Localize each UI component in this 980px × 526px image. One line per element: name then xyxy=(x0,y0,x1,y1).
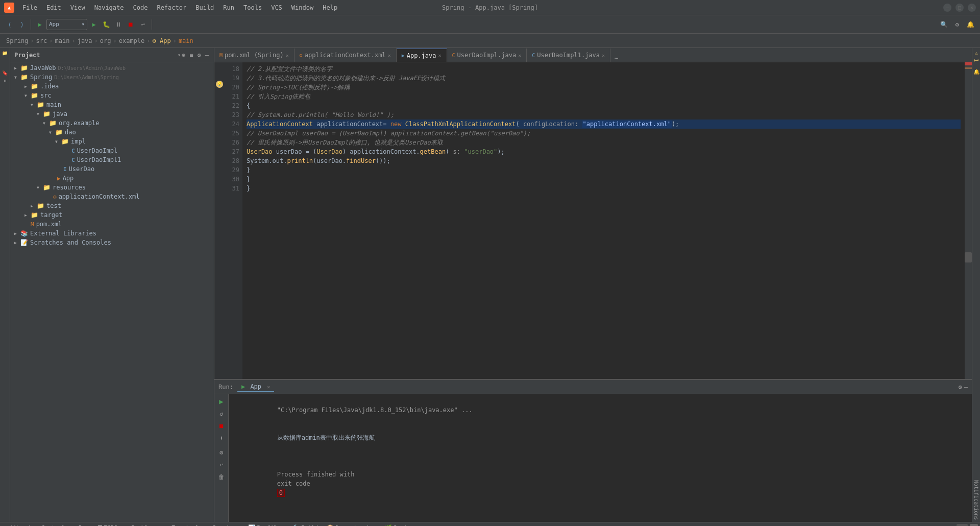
breadcrumb-spring[interactable]: Spring xyxy=(6,37,28,44)
tree-item-java[interactable]: ▼ 📁 java xyxy=(10,109,214,118)
bottom-todo[interactable]: ☰ TODO xyxy=(93,523,122,526)
run-stop-icon[interactable]: ■ xyxy=(216,421,227,431)
tab-app-java[interactable]: ▶ App.java ✕ xyxy=(397,49,447,62)
tree-item-target[interactable]: ▶ 📁 target xyxy=(10,210,214,220)
tree-item-main[interactable]: ▼ 📁 main xyxy=(10,100,214,109)
project-settings-icon[interactable]: ⚙ xyxy=(197,51,202,60)
bottom-profiler[interactable]: 📊 Profiler xyxy=(244,523,288,526)
tree-item-idea[interactable]: ▶ 📁 .idea xyxy=(10,82,214,91)
notification-bell[interactable]: 🔔 xyxy=(973,69,979,75)
tree-item-userdao[interactable]: ▶ I UserDao xyxy=(10,164,214,174)
layout-toggle-icon[interactable]: ▤ xyxy=(957,524,968,527)
run-tab-close[interactable]: ✕ xyxy=(267,384,270,390)
toolbar-forward[interactable]: ⟩ xyxy=(16,19,28,30)
menu-vcs[interactable]: VCS xyxy=(267,3,286,12)
menu-tools[interactable]: Tools xyxy=(239,3,266,12)
menu-build[interactable]: Build xyxy=(191,3,218,12)
toolbar-back[interactable]: ⟨ xyxy=(4,19,15,30)
tree-item-userdaoimpl[interactable]: ▶ C UserDaoImpl xyxy=(10,146,214,155)
tree-item-app[interactable]: ▶ ▶ App xyxy=(10,174,214,183)
breadcrumb-java[interactable]: java xyxy=(78,37,92,44)
menu-help[interactable]: Help xyxy=(318,3,341,12)
tree-item-external-libs[interactable]: ▶ 📚 External Libraries xyxy=(10,229,214,238)
tab-more-button[interactable]: ⋯ xyxy=(610,55,622,62)
tree-item-src[interactable]: ▼ 📁 src xyxy=(10,91,214,100)
tab-close[interactable]: ✕ xyxy=(388,53,391,58)
run-clear-icon[interactable]: 🗑 xyxy=(216,472,227,482)
expand-icon[interactable]: ⬡ xyxy=(970,524,978,527)
tab-close[interactable]: ✕ xyxy=(602,53,605,58)
bottom-version-control[interactable]: ⎇ Version Control xyxy=(2,523,69,526)
code-text[interactable]: // 2.从配置文件中读类的名字 // 3.代码动态的把读到的类名的对象创建出来… xyxy=(242,62,965,379)
breadcrumb-org[interactable]: org xyxy=(100,37,111,44)
toolbar-run[interactable]: ▶ xyxy=(34,19,45,30)
toolbar-pause[interactable]: ⏸ xyxy=(113,19,124,30)
tree-item-impl[interactable]: ▼ 📁 impl xyxy=(10,137,214,146)
run-filter-icon[interactable]: ⚙ xyxy=(216,447,227,458)
sidebar-structure-icon[interactable]: ≡ xyxy=(3,80,8,82)
tab-pom-xml[interactable]: M pom.xml (Spring) ✕ xyxy=(214,49,295,62)
editor-scrollbar[interactable] xyxy=(965,62,972,379)
minimize-button[interactable]: — xyxy=(943,4,951,12)
menu-window[interactable]: Window xyxy=(287,3,317,12)
tree-item-javaweb[interactable]: ▶ 📁 JavaWeb D:\Users\Admin\JavaWeb xyxy=(10,63,214,73)
gutter-lamp-icon[interactable]: 💡 xyxy=(216,81,223,88)
run-minimize-icon[interactable]: — xyxy=(964,384,968,391)
maximize-button[interactable]: □ xyxy=(955,4,964,12)
tab-userdaoimpl-java[interactable]: C UserDaoImpl.java ✕ xyxy=(447,49,527,62)
toolbar-search[interactable]: 🔍 xyxy=(938,19,949,30)
run-rerun-icon[interactable]: ↺ xyxy=(216,409,227,419)
tab-userdaoimpl1-java[interactable]: C UserDaoImpl1.java ✕ xyxy=(527,49,610,62)
breadcrumb-app[interactable]: ⚙ App xyxy=(153,37,171,44)
bottom-run[interactable]: ▶ Run xyxy=(69,523,93,526)
project-minimize-icon[interactable]: — xyxy=(204,51,210,60)
tree-item-dao[interactable]: ▼ 📁 dao xyxy=(10,128,214,137)
tree-item-userdaoimpl1[interactable]: ▶ C UserDaoImpl1 xyxy=(10,155,214,164)
tab-close[interactable]: ✕ xyxy=(286,53,289,58)
menu-file[interactable]: File xyxy=(18,3,41,12)
tree-item-spring[interactable]: ▼ 📁 Spring D:\Users\Admin\Spring xyxy=(10,73,214,82)
menu-view[interactable]: View xyxy=(66,3,89,12)
run-output[interactable]: "C:\Program Files\Java\jdk1.8.0_152\bin\… xyxy=(229,394,972,522)
run-tab-app[interactable]: ▶ App ✕ xyxy=(237,382,274,392)
scroll-thumb[interactable] xyxy=(965,252,972,262)
tree-item-appcontext-xml[interactable]: ▶ ⚙ applicationContext.xml xyxy=(10,192,214,201)
tree-item-org-example[interactable]: ▼ 📁 org.example xyxy=(10,118,214,128)
breadcrumb-example[interactable]: example xyxy=(119,37,145,44)
notification-icon[interactable]: ⚠ 1 xyxy=(973,50,979,62)
menu-navigate[interactable]: Navigate xyxy=(90,3,128,12)
sidebar-bookmark-icon[interactable]: 🔖 xyxy=(3,70,8,76)
toolbar-stop[interactable]: ⏹ xyxy=(125,19,136,30)
toolbar-notification[interactable]: 🔔 xyxy=(965,19,976,30)
tab-appcontext-xml[interactable]: ⚙ applicationContext.xml ✕ xyxy=(295,49,397,62)
breadcrumb-main-method[interactable]: main xyxy=(179,37,193,44)
toolbar-settings[interactable]: ⚙ xyxy=(951,19,963,30)
bottom-services[interactable]: ⚙ Services xyxy=(204,523,244,526)
tree-item-scratches[interactable]: ▶ 📝 Scratches and Consoles xyxy=(10,238,214,247)
menu-run[interactable]: Run xyxy=(219,3,238,12)
bottom-terminal[interactable]: ▣ Terminal xyxy=(163,523,203,526)
tree-item-test[interactable]: ▶ 📁 test xyxy=(10,201,214,210)
toolbar-step[interactable]: ↩ xyxy=(137,19,149,30)
bottom-build[interactable]: 🔨 Build xyxy=(288,523,322,526)
tab-close[interactable]: ✕ xyxy=(438,53,442,58)
notification-text[interactable]: Notifications xyxy=(973,480,979,520)
bottom-dependencies[interactable]: 📦 Dependencies xyxy=(323,523,380,526)
tree-item-pom-xml[interactable]: ▶ M pom.xml xyxy=(10,220,214,229)
bottom-spring[interactable]: 🌿 Spring xyxy=(381,523,418,526)
tab-close[interactable]: ✕ xyxy=(518,53,521,58)
menu-code[interactable]: Code xyxy=(129,3,152,12)
run-wrap-icon[interactable]: ↩ xyxy=(216,460,227,470)
menu-refactor[interactable]: Refactor xyxy=(153,3,190,12)
run-settings-icon[interactable]: ⚙ xyxy=(959,384,962,391)
run-play-icon[interactable]: ▶ xyxy=(216,396,227,407)
project-collapse-icon[interactable]: ≡ xyxy=(188,51,194,60)
bottom-problems[interactable]: ⚠ Problems xyxy=(122,523,162,526)
close-button[interactable]: ✕ xyxy=(968,4,976,12)
tree-item-resources[interactable]: ▼ 📁 resources xyxy=(10,183,214,192)
breadcrumb-src[interactable]: src xyxy=(36,37,47,44)
sidebar-project-icon[interactable]: 📁 xyxy=(3,50,8,56)
run-config-dropdown[interactable]: App ▾ xyxy=(46,19,87,30)
breadcrumb-main[interactable]: main xyxy=(55,37,70,44)
toolbar-run2[interactable]: ▶ xyxy=(88,19,100,30)
